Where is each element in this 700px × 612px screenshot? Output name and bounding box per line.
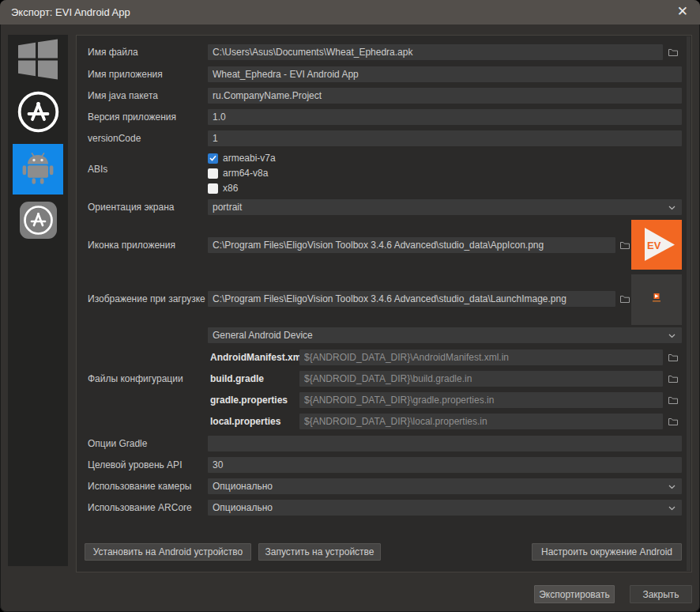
file-name-input[interactable] <box>208 44 663 60</box>
abi-option-armeabi-v7a[interactable]: armeabi-v7a <box>208 153 276 164</box>
export-form-panel: Имя файла Имя приложения Имя java пакета… <box>76 35 692 572</box>
app-icon-preview: EV <box>631 220 682 270</box>
orientation-value: portrait <box>213 202 668 213</box>
abis-label: ABIs <box>88 164 107 175</box>
chevron-down-icon <box>668 502 676 513</box>
sidebar-item-macos[interactable] <box>8 91 68 135</box>
gradle-properties-label: gradle.properties <box>210 395 288 406</box>
app-version-input[interactable] <box>208 109 682 125</box>
abi-x86-label: x86 <box>223 183 238 194</box>
camera-usage-value: Опционально <box>213 481 668 492</box>
checkbox-x86[interactable] <box>208 183 218 194</box>
arcore-usage-select[interactable]: Опционально <box>208 500 682 516</box>
local-properties-input[interactable] <box>299 414 663 429</box>
app-icon-label: Иконка приложения <box>88 240 175 251</box>
android-robot-icon <box>21 151 55 187</box>
sidebar-item-windows[interactable] <box>8 38 68 82</box>
configure-android-env-button[interactable]: Настроить окружение Android <box>532 543 682 561</box>
file-name-label: Имя файла <box>88 47 138 58</box>
target-api-input[interactable] <box>208 457 682 473</box>
app-icon-input[interactable] <box>208 237 615 253</box>
close-button[interactable]: Закрыть <box>630 585 692 603</box>
chevron-down-icon <box>668 481 676 492</box>
version-code-label: versionCode <box>88 133 141 144</box>
run-on-device-button[interactable]: Запустить на устройстве <box>258 543 381 561</box>
camera-usage-select[interactable]: Опционально <box>208 478 682 494</box>
config-files-label: Файлы конфигурации <box>88 373 183 384</box>
java-package-input[interactable] <box>208 88 682 104</box>
sidebar-item-android[interactable] <box>13 144 63 195</box>
ios-app-store-icon <box>19 201 58 242</box>
abi-option-arm64-v8a[interactable]: arm64-v8a <box>208 168 268 179</box>
sidebar-item-ios[interactable] <box>8 200 68 243</box>
file-name-browse-folder-icon[interactable] <box>667 47 679 58</box>
arcore-usage-label: Использование ARCore <box>88 502 192 513</box>
local-properties-label: local.properties <box>210 416 280 427</box>
orientation-label: Ориентация экрана <box>88 202 174 213</box>
launch-image-preview <box>631 274 682 325</box>
launch-image-input[interactable] <box>208 291 615 307</box>
close-icon[interactable]: ✕ <box>677 0 688 23</box>
android-manifest-browse-folder-icon[interactable] <box>667 352 679 363</box>
chevron-down-icon <box>668 330 676 341</box>
platform-sidebar <box>8 35 68 566</box>
ev-logo-tiny-icon <box>651 293 662 306</box>
mac-app-store-icon <box>17 91 59 135</box>
launch-image-browse-folder-icon[interactable] <box>619 293 630 304</box>
ev-logo-text: EV <box>647 240 661 251</box>
gradle-options-label: Опции Gradle <box>88 438 147 449</box>
arcore-usage-value: Опционально <box>213 502 668 513</box>
gradle-properties-browse-folder-icon[interactable] <box>667 395 679 406</box>
orientation-select[interactable]: portrait <box>208 199 682 215</box>
target-api-label: Целевой уровень API <box>88 459 182 470</box>
app-icon-browse-folder-icon[interactable] <box>619 240 630 251</box>
dialog-title: Экспорт: EVI Android App <box>11 0 130 25</box>
windows-logo-icon <box>17 39 58 82</box>
gradle-properties-input[interactable] <box>299 392 663 408</box>
device-preset-value: General Android Device <box>213 330 668 341</box>
checkbox-armeabi-v7a[interactable] <box>208 153 218 164</box>
export-dialog: Экспорт: EVI Android App ✕ <box>0 0 700 612</box>
checkbox-arm64-v8a[interactable] <box>208 168 218 179</box>
abi-arm64-v8a-label: arm64-v8a <box>223 168 268 179</box>
camera-usage-label: Использование камеры <box>88 481 192 492</box>
abi-armeabi-v7a-label: armeabi-v7a <box>223 153 276 164</box>
dialog-titlebar[interactable]: Экспорт: EVI Android App ✕ <box>0 0 700 25</box>
build-gradle-input[interactable] <box>299 371 663 387</box>
build-gradle-browse-folder-icon[interactable] <box>667 373 679 384</box>
app-version-label: Версия приложения <box>88 111 176 123</box>
scrollbar-track[interactable] <box>687 36 691 571</box>
chevron-down-icon <box>668 202 676 213</box>
device-preset-select[interactable]: General Android Device <box>208 327 682 343</box>
install-on-device-button[interactable]: Установить на Android устройство <box>85 543 251 561</box>
local-properties-browse-folder-icon[interactable] <box>667 416 679 427</box>
screen: Экспорт: EVI Android App ✕ <box>0 0 700 612</box>
export-button[interactable]: Экспортировать <box>534 585 615 603</box>
app-name-input[interactable] <box>208 66 682 82</box>
java-package-label: Имя java пакета <box>88 90 158 101</box>
app-name-label: Имя приложения <box>88 69 163 80</box>
android-manifest-label: AndroidManifest.xml <box>210 352 304 363</box>
version-code-input[interactable] <box>208 130 682 146</box>
build-gradle-label: build.gradle <box>210 373 264 384</box>
launch-image-label: Изображение при загрузке <box>88 293 205 304</box>
gradle-options-input[interactable] <box>208 436 682 451</box>
abi-option-x86[interactable]: x86 <box>208 183 238 194</box>
android-manifest-input[interactable] <box>299 349 663 365</box>
